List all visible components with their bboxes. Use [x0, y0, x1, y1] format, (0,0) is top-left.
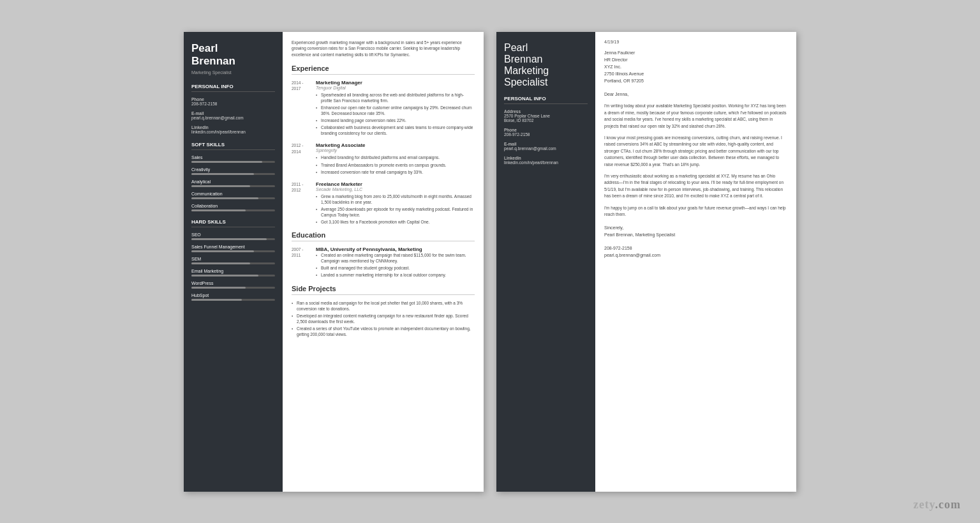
- resume-hard-skills-heading: Hard Skills: [191, 219, 275, 227]
- education-heading: Education: [292, 231, 475, 241]
- bullet-item: Average 250 downloads per episode for my…: [316, 206, 475, 218]
- resume-main-content: Experienced growth marketing manager wit…: [283, 32, 484, 492]
- cover-paragraph: I'm writing today about your available M…: [604, 103, 787, 130]
- exp-content: Marketing Associate Spintegrify Handled …: [316, 142, 475, 176]
- edu-header: 2007 -2011 MBA, University of Pennsylvan…: [292, 246, 475, 279]
- cover-main-content: 4/19/19 Jenna Faulkner HR Director XYZ I…: [595, 32, 796, 492]
- exp-company: Spintegrify: [316, 148, 475, 153]
- resume-email-value: pearl.q.brennan@gmail.com: [191, 116, 275, 120]
- edu-date: 2007 -2011: [292, 246, 311, 258]
- soft-skill-item: Collaboration: [191, 204, 275, 211]
- skill-bar-fill: [191, 173, 254, 175]
- skill-name: Sales Funnel Management: [191, 245, 275, 249]
- resume-phone-value: 208-972-2158: [191, 102, 275, 106]
- education-item: 2007 -2011 MBA, University of Pennsylvan…: [292, 246, 475, 279]
- bullet-item: Enhanced our open rate for customer onli…: [316, 105, 475, 116]
- experience-item: 2014 -2017 Marketing Manager Tenguor Dig…: [292, 80, 475, 138]
- skill-bar-bg: [191, 209, 275, 211]
- education-list: 2007 -2011 MBA, University of Pennsylvan…: [292, 246, 475, 279]
- cover-name-block: Pearl Brennan Marketing Specialist: [504, 42, 588, 88]
- cover-linkedin-value: linkedin.com/in/pearl/brennan: [504, 160, 588, 165]
- skill-bar-fill: [191, 161, 262, 163]
- bullet-item: Got 3,100 likes for a Facebook promotion…: [316, 219, 475, 225]
- cover-address-item: Address 2570 Poplar Chase Lane Boise, ID…: [504, 109, 588, 123]
- bullet-item: Increased landing page conversion rates …: [316, 117, 475, 123]
- resume-linkedin-value: linkedin.com/in/pearl/brennan: [191, 130, 275, 134]
- cover-phone-value: 208-972-2158: [504, 132, 588, 137]
- exp-bullets: Spearheaded all branding across the web …: [316, 92, 475, 137]
- resume-last-name: Brennan: [191, 55, 275, 68]
- skill-bar-fill: [191, 250, 254, 252]
- cover-paragraphs: I'm writing today about your available M…: [604, 103, 787, 218]
- bullet-item: Created an online marketing campaign tha…: [316, 252, 475, 264]
- exp-title: Marketing Manager: [316, 80, 475, 86]
- zety-suffix: .com: [935, 498, 961, 511]
- cover-linkedin-label: LinkedIn: [504, 156, 588, 160]
- skill-name: SEM: [191, 257, 275, 261]
- skill-bar-bg: [191, 197, 275, 199]
- exp-company: Secade Marketing, LLC: [316, 187, 475, 192]
- experience-heading: Experience: [292, 64, 475, 75]
- resume-phone-item: Phone 208-972-2158: [191, 97, 275, 106]
- hard-skill-item: Sales Funnel Management: [191, 245, 275, 252]
- resume-phone-label: Phone: [191, 97, 275, 102]
- skill-bar-bg: [191, 262, 275, 264]
- skill-name: WordPress: [191, 281, 275, 285]
- side-project-item: Developed an integrated content marketin…: [292, 313, 475, 324]
- bullet-item: Collaborated with business development a…: [316, 125, 475, 136]
- soft-skill-item: Sales: [191, 155, 275, 163]
- cover-date: 4/19/19: [604, 40, 787, 44]
- exp-header: 2011 -2012 Freelance Marketer Secade Mar…: [292, 181, 475, 226]
- cover-email-value: pearl.q.brennan@gmail.com: [504, 146, 588, 151]
- resume-personal-info-heading: Personal Info: [191, 84, 275, 92]
- cover-address-label: Address: [504, 109, 588, 114]
- cover-sidebar: Pearl Brennan Marketing Specialist Perso…: [496, 32, 595, 492]
- cover-paragraph: I know your most pressing goals are incr…: [604, 135, 787, 168]
- cover-first-name: Pearl: [504, 42, 588, 54]
- skill-bar-bg: [191, 185, 275, 187]
- cover-email-label: E-mail: [504, 142, 588, 146]
- skill-bar-fill: [191, 197, 258, 199]
- experience-list: 2014 -2017 Marketing Manager Tenguor Dig…: [292, 80, 475, 226]
- skill-name: Collaboration: [191, 204, 275, 208]
- cover-contact-email: pearl.q.brennan@gmail.com: [604, 252, 787, 259]
- exp-title: Marketing Associate: [316, 142, 475, 148]
- hard-skill-item: WordPress: [191, 281, 275, 289]
- skill-bar-bg: [191, 161, 275, 163]
- resume-email-label: E-mail: [191, 111, 275, 116]
- resume-job-title: Marketing Specialist: [191, 70, 275, 75]
- resume-email-item: E-mail pearl.q.brennan@gmail.com: [191, 111, 275, 120]
- exp-header: 2014 -2017 Marketing Manager Tenguor Dig…: [292, 80, 475, 138]
- resume-hard-skills-list: SEO Sales Funnel Management SEM Email Ma…: [191, 232, 275, 301]
- edu-content: MBA, University of Pennsylvania, Marketi…: [316, 246, 475, 279]
- resume-linkedin-item: LinkedIn linkedin.com/in/pearl/brennan: [191, 125, 275, 134]
- skill-bar-fill: [191, 262, 250, 264]
- side-projects-list: Ran a social media ad campaign for the l…: [292, 300, 475, 338]
- skill-name: Creativity: [191, 167, 275, 172]
- skill-bar-bg: [191, 299, 275, 301]
- exp-title: Freelance Marketer: [316, 181, 475, 187]
- skill-bar-bg: [191, 238, 275, 240]
- skill-bar-bg: [191, 275, 275, 277]
- cover-address-value: 2570 Poplar Chase Lane Boise, ID 83702: [504, 114, 588, 123]
- edu-bullets: Created an online marketing campaign tha…: [316, 252, 475, 278]
- exp-date: 2012 -2014: [292, 142, 311, 154]
- exp-content: Freelance Marketer Secade Marketing, LLC…: [316, 181, 475, 226]
- hard-skill-item: Email Marketing: [191, 269, 275, 277]
- documents-container: Pearl Brennan Marketing Specialist Perso…: [145, 13, 835, 511]
- resume-first-name: Pearl: [191, 42, 275, 55]
- hard-skill-item: SEM: [191, 257, 275, 264]
- cover-phone-item: Phone 208-972-2158: [504, 128, 588, 137]
- bullet-item: Trained Brand Ambassadors to promote eve…: [316, 162, 475, 168]
- cover-signature: Pearl Brennan, Marketing Specialist: [604, 232, 787, 237]
- skill-bar-bg: [191, 173, 275, 175]
- skill-bar-fill: [191, 287, 246, 289]
- resume-linkedin-label: LinkedIn: [191, 125, 275, 130]
- cover-linkedin-item: LinkedIn linkedin.com/in/pearl/brennan: [504, 156, 588, 165]
- cover-last-name: Brennan: [504, 54, 588, 65]
- skill-name: Email Marketing: [191, 269, 275, 273]
- resume-soft-skills-heading: Soft Skills: [191, 142, 275, 150]
- exp-date: 2014 -2017: [292, 80, 311, 91]
- skill-bar-bg: [191, 250, 275, 252]
- skill-name: Communication: [191, 192, 275, 196]
